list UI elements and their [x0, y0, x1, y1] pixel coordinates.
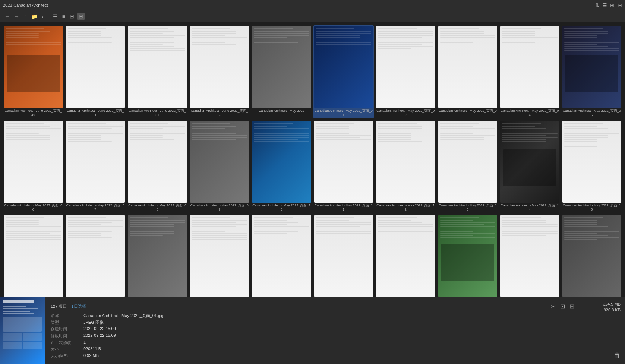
grid-item[interactable]: Canadian Architect - May 2022_页面_15: [562, 120, 622, 213]
file-grid: Canadian Architect - June 2022_页面_49Cana…: [3, 25, 622, 297]
grid-item-label: Canadian Architect - June 2022_页面_50: [66, 109, 125, 117]
share-button[interactable]: ⊞: [569, 303, 574, 310]
main: Canadian Architect - June 2022_页面_49Cana…: [0, 22, 625, 297]
grid-item-label: Canadian Architect - May 2022_页面_11: [314, 203, 373, 212]
grid-item-label: Canadian Architect - May 2022_页面_09: [190, 203, 249, 212]
grid-item-label: Canadian Architect - May 2022_页面_15: [562, 203, 622, 212]
grid-item[interactable]: Canadian Architect - May 2022_页面_02: [375, 25, 436, 118]
grid-item[interactable]: Canadian Architect - May 2022_页面_05: [562, 25, 622, 118]
bottom-panel: 127 项目 1日选择 ✂ ⊡ ⊞ 名称 Canadian Architect …: [0, 297, 625, 364]
toolbar-separator-1: [48, 13, 48, 20]
name-value: Canadian Architect - May 2022_页面_01.jpg: [83, 313, 574, 319]
titlebar-title: 2022-Canadian Architect: [3, 3, 48, 7]
grid-item[interactable]: Canadian Architect - May 2022_页面_19: [189, 214, 250, 297]
grid-item-label: Canadian Architect - May 2022_页面_13: [438, 203, 498, 212]
grid-item[interactable]: Canadian Architect - June 2022_页面_49: [3, 25, 64, 118]
right-size-panel: 324.5 MB 920.8 KB 🗑: [580, 297, 625, 364]
copy-button[interactable]: ⊡: [560, 303, 565, 310]
name-label: 名称: [51, 313, 81, 319]
size-mb-label: 大小(MB): [51, 353, 81, 359]
titlebar-controls: ⇅ ☰ ⊞ ⊟: [595, 2, 622, 8]
modified-value: 2022-09-22 15:09: [83, 333, 574, 339]
grid-area[interactable]: Canadian Architect - June 2022_页面_49Cana…: [0, 22, 625, 297]
grid-item-label: Canadian Architect - May 2022_页面_04: [500, 109, 559, 117]
action-buttons: ✂ ⊡ ⊞: [551, 303, 574, 310]
grid-item[interactable]: Canadian Architect - May 2022_页面_01: [313, 25, 374, 118]
last-open-value: 1': [83, 340, 574, 345]
grid-item-label: Canadian Architect - May 2022_页面_12: [376, 203, 435, 212]
selected-size: 920.8 KB: [604, 308, 621, 312]
grid-item[interactable]: Canadian Architect - May 2022_页面_09: [189, 120, 250, 213]
grid-item[interactable]: Canadian Architect - June 2022_页面_51: [127, 25, 188, 118]
modified-label: 修改时间: [51, 333, 81, 339]
grid-item-label: Canadian Architect - May 2022: [252, 109, 311, 113]
bottom-info: 127 项目 1日选择 ✂ ⊡ ⊞ 名称 Canadian Architect …: [45, 297, 580, 364]
toolbar: ← → ↑ 📁 › ☰ ≡ ⊞ ⊟: [0, 10, 625, 22]
grid-item[interactable]: Canadian Architect - May 2022_页面_24: [499, 214, 560, 297]
grid-item-label: Canadian Architect - June 2022_页面_51: [128, 109, 187, 117]
total-size: 324.5 MB: [603, 302, 621, 306]
grid-item[interactable]: Canadian Architect - May 2022_页面_16: [3, 214, 64, 297]
view-icons-button[interactable]: ⊟: [77, 13, 85, 20]
titlebar-left: 2022-Canadian Architect: [3, 3, 48, 7]
grid-item[interactable]: Canadian Architect - May 2022_页面_04: [499, 25, 560, 118]
grid-item-label: Canadian Architect - June 2022_页面_52: [190, 109, 249, 117]
preview-thumbnail: [0, 297, 45, 364]
grid-item[interactable]: Canadian Architect - May 2022_页面_14: [499, 120, 560, 213]
grid-item[interactable]: Canadian Architect - June 2022_页面_52: [189, 25, 250, 118]
grid-item[interactable]: Canadian Architect - May 2022_页面_12: [375, 120, 436, 213]
grid-item-label: Canadian Architect - May 2022_页面_03: [438, 109, 498, 117]
grid-item[interactable]: Canadian Architect - May 2022_页面_10: [251, 120, 312, 213]
path-separator: ›: [40, 13, 45, 20]
view-list-button[interactable]: ☰: [51, 13, 59, 20]
type-value: JPEG 图像: [83, 320, 574, 325]
trash-button[interactable]: 🗑: [614, 352, 621, 360]
grid-item[interactable]: Canadian Architect - May 2022_页面_21: [313, 214, 374, 297]
created-label: 创建时间: [51, 326, 81, 332]
item-count: 127 项目: [51, 304, 67, 309]
grid-item-label: Canadian Architect - May 2022_页面_01: [314, 109, 373, 117]
grid-view-icon[interactable]: ⊞: [610, 2, 615, 8]
created-value: 2022-09-22 15:09: [83, 326, 574, 332]
forward-button[interactable]: →: [13, 13, 21, 20]
grid-item[interactable]: Canadian Architect - May 2022_页面_18: [127, 214, 188, 297]
up-button[interactable]: ↑: [22, 13, 28, 20]
status-bar: 127 项目 1日选择 ✂ ⊡ ⊞: [51, 303, 574, 310]
grid-item-label: Canadian Architect - May 2022_页面_06: [4, 203, 63, 212]
file-metadata: 名称 Canadian Architect - May 2022_页面_01.j…: [51, 313, 574, 359]
folder-button[interactable]: 📁: [29, 13, 39, 20]
grid-item[interactable]: Canadian Architect - May 2022_页面_25: [562, 214, 622, 297]
size-value: 920811 B: [83, 346, 574, 352]
grid-item[interactable]: Canadian Architect - May 2022_页面_07: [65, 120, 126, 213]
last-open-label: 距上次修改: [51, 340, 81, 345]
sort-icon[interactable]: ⇅: [595, 2, 599, 8]
grid-item[interactable]: Canadian Architect - June 2022_页面_50: [65, 25, 126, 118]
grid-item[interactable]: Canadian Architect - May 2022_页面_20: [251, 214, 312, 297]
view-columns-button[interactable]: ⊞: [68, 13, 76, 20]
grid-item[interactable]: Canadian Architect - May 2022_页面_03: [438, 25, 498, 118]
grid-item[interactable]: Canadian Architect - May 2022_页面_11: [313, 120, 374, 213]
cut-button[interactable]: ✂: [551, 303, 556, 310]
grid-item[interactable]: Canadian Architect - May 2022_页面_22: [375, 214, 436, 297]
size-mb-value: 0.92 MB: [83, 353, 574, 359]
type-label: 类型: [51, 320, 81, 325]
grid-item[interactable]: Canadian Architect - May 2022_页面_23: [438, 214, 498, 297]
grid-item[interactable]: Canadian Architect - May 2022: [251, 25, 312, 118]
grid-item[interactable]: Canadian Architect - May 2022_页面_17: [65, 214, 126, 297]
titlebar: 2022-Canadian Architect ⇅ ☰ ⊞ ⊟: [0, 0, 625, 10]
window-icon[interactable]: ⊟: [618, 2, 622, 8]
grid-item-label: Canadian Architect - May 2022_页面_02: [376, 109, 435, 117]
grid-item-label: Canadian Architect - June 2022_页面_49: [4, 109, 63, 117]
grid-item[interactable]: Canadian Architect - May 2022_页面_06: [3, 120, 64, 213]
view-detail-button[interactable]: ≡: [61, 13, 67, 20]
grid-item-label: Canadian Architect - May 2022_页面_07: [66, 203, 125, 212]
back-button[interactable]: ←: [3, 13, 11, 20]
list-view-icon[interactable]: ☰: [602, 2, 607, 8]
grid-item[interactable]: Canadian Architect - May 2022_页面_13: [438, 120, 498, 213]
preview-content: [3, 300, 42, 361]
grid-item[interactable]: Canadian Architect - May 2022_页面_08: [127, 120, 188, 213]
size-label: 大小: [51, 346, 81, 352]
grid-item-label: Canadian Architect - May 2022_页面_14: [500, 203, 559, 212]
grid-item-label: Canadian Architect - May 2022_页面_10: [252, 203, 311, 212]
grid-item-label: Canadian Architect - May 2022_页面_05: [562, 109, 622, 117]
